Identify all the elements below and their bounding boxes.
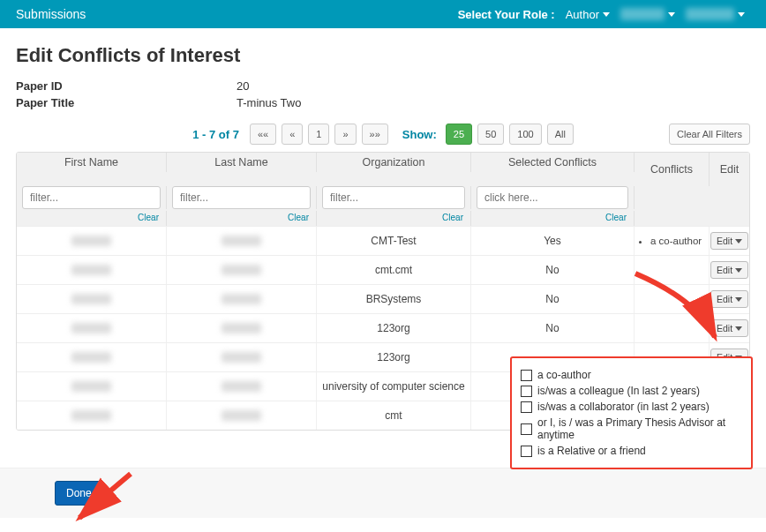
chevron-down-icon — [738, 12, 745, 17]
cell-conflicts — [635, 285, 710, 313]
role-dropdown[interactable]: Author — [566, 8, 610, 21]
cell-conflicts — [635, 256, 710, 284]
pager-next[interactable]: » — [334, 124, 356, 145]
cell-selected: Yes — [471, 227, 635, 255]
cell-first-name — [17, 401, 167, 430]
footer-bar: Done — [0, 468, 766, 518]
show-label: Show: — [402, 128, 437, 141]
filter-first-name[interactable] — [22, 186, 161, 209]
paper-id-value: 20 — [237, 79, 249, 93]
clear-last-name[interactable]: Clear — [167, 211, 317, 226]
edit-button[interactable]: Edit — [710, 232, 748, 250]
paper-title-row: Paper Title T-minus Two — [16, 96, 750, 109]
chevron-down-icon — [735, 297, 742, 302]
cell-organization: CMT-Test — [317, 227, 471, 255]
cell-last-name — [167, 372, 317, 401]
filter-last-name[interactable] — [172, 186, 311, 209]
clear-first-name[interactable]: Clear — [17, 211, 167, 226]
top-pager: 1 - 7 of 7 «« « 1 » »» Show: 25 50 100 A… — [16, 124, 750, 145]
cell-organization: BRSystems — [317, 285, 471, 313]
cell-selected: No — [471, 314, 635, 342]
cell-organization: 123org — [317, 314, 471, 342]
cell-last-name — [167, 401, 317, 430]
cell-selected: No — [471, 285, 635, 313]
done-button[interactable]: Done — [55, 481, 103, 506]
edit-button[interactable]: Edit — [710, 261, 748, 279]
page-title: Edit Conflicts of Interest — [16, 44, 750, 67]
col-first-name[interactable]: First Name — [17, 153, 167, 172]
cell-edit: Edit — [710, 285, 749, 313]
pager-first[interactable]: «« — [250, 124, 276, 145]
cell-edit: Edit — [710, 314, 749, 342]
checkbox-icon[interactable] — [521, 446, 532, 457]
conflict-option[interactable]: or I, is / was a Primary Thesis Advisor … — [521, 416, 742, 441]
chevron-down-icon — [735, 268, 742, 273]
clear-all-filters-button[interactable]: Clear All Filters — [669, 124, 750, 145]
clear-organization[interactable]: Clear — [317, 211, 471, 226]
cell-first-name — [17, 314, 167, 342]
pager-summary: 1 - 7 of 7 — [192, 128, 239, 141]
table-row: CMT-TestYesa co-authorEdit — [17, 226, 749, 255]
conflict-option[interactable]: a co-author — [521, 369, 742, 381]
filter-selected-conflicts[interactable] — [477, 186, 628, 209]
user-dropdown[interactable] — [686, 8, 745, 20]
cell-organization: cmt — [317, 401, 471, 430]
cell-first-name — [17, 227, 167, 255]
conflict-options-dropdown[interactable]: a co-author is/was a colleague (In last … — [510, 356, 753, 469]
checkbox-icon[interactable] — [521, 370, 532, 381]
cell-edit: Edit — [710, 227, 749, 255]
cell-last-name — [167, 285, 317, 313]
page-size-all[interactable]: All — [547, 124, 574, 145]
page-size-50[interactable]: 50 — [477, 124, 504, 145]
conference-dropdown[interactable] — [620, 8, 675, 20]
chevron-down-icon — [603, 12, 610, 17]
pager-last[interactable]: »» — [362, 124, 388, 145]
checkbox-icon[interactable] — [521, 386, 532, 397]
conflict-option[interactable]: is a Relative or a friend — [521, 445, 742, 457]
page-size-100[interactable]: 100 — [509, 124, 541, 145]
nav-submissions[interactable]: Submissions — [16, 7, 86, 21]
cell-organization: cmt.cmt — [317, 256, 471, 284]
cell-first-name — [17, 372, 167, 401]
role-select-label: Select Your Role : — [458, 8, 555, 21]
checkbox-icon[interactable] — [521, 401, 532, 413]
col-edit: Edit — [710, 153, 749, 186]
cell-first-name — [17, 343, 167, 371]
filter-organization[interactable] — [322, 186, 465, 209]
checkbox-icon[interactable] — [521, 423, 532, 435]
cell-organization: 123org — [317, 343, 471, 371]
cell-last-name — [167, 343, 317, 371]
table-row: 123orgNoEdit — [17, 313, 749, 342]
pager-prev[interactable]: « — [282, 124, 303, 145]
paper-id-row: Paper ID 20 — [16, 79, 750, 93]
col-conflicts: Conflicts — [635, 153, 710, 186]
cell-organization: university of computer science — [317, 372, 471, 401]
cell-first-name — [17, 285, 167, 313]
page-size-25[interactable]: 25 — [446, 124, 472, 145]
conflict-option[interactable]: is/was a colleague (In last 2 years) — [521, 385, 742, 397]
chevron-down-icon — [668, 12, 675, 17]
chevron-down-icon — [735, 239, 742, 244]
cell-last-name — [167, 314, 317, 342]
cell-conflicts: a co-author — [635, 227, 710, 255]
paper-id-label: Paper ID — [16, 79, 237, 93]
cell-last-name — [167, 227, 317, 255]
cell-selected: No — [471, 256, 635, 284]
paper-title-value: T-minus Two — [237, 96, 301, 109]
clear-selected-conflicts[interactable]: Clear — [471, 211, 635, 226]
top-nav: Submissions Select Your Role : Author — [0, 0, 766, 28]
table-row: BRSystemsNoEdit — [17, 284, 749, 313]
table-row: cmt.cmtNoEdit — [17, 255, 749, 284]
pager-page[interactable]: 1 — [308, 124, 329, 145]
col-last-name[interactable]: Last Name — [167, 153, 317, 172]
edit-button[interactable]: Edit — [710, 290, 748, 308]
chevron-down-icon — [735, 326, 742, 331]
edit-button[interactable]: Edit — [710, 319, 748, 337]
cell-last-name — [167, 256, 317, 284]
paper-title-label: Paper Title — [16, 96, 237, 109]
conflict-option[interactable]: is/was a collaborator (in last 2 years) — [521, 401, 742, 413]
col-selected-conflicts[interactable]: Selected Conflicts — [471, 153, 635, 172]
col-organization[interactable]: Organization — [317, 153, 471, 172]
cell-edit: Edit — [710, 256, 749, 284]
cell-conflicts — [635, 314, 710, 342]
